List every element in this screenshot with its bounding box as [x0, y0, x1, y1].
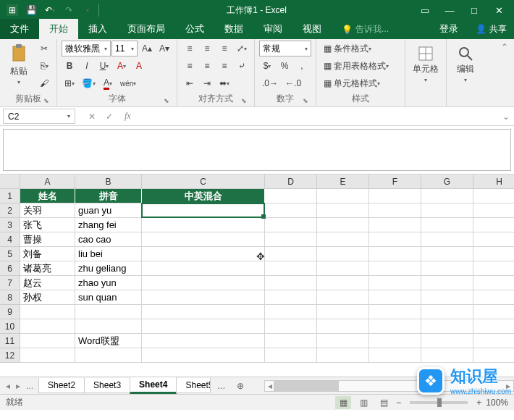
cell-B7[interactable]: zhao yun [75, 276, 142, 290]
cell-B11[interactable]: Word联盟 [75, 334, 142, 348]
view-page-break-icon[interactable]: ▤ [376, 396, 392, 409]
cell-H3[interactable] [473, 218, 514, 232]
cell-A11[interactable] [20, 334, 75, 348]
share-button[interactable]: 👤共享 [468, 19, 514, 39]
cell-D6[interactable] [265, 261, 317, 276]
cell-C2[interactable] [142, 203, 265, 218]
fill-color-button[interactable]: 🪣▾ [79, 75, 98, 91]
fx-icon[interactable]: fx [120, 111, 135, 122]
row-header-3[interactable]: 3 [0, 218, 20, 232]
save-icon[interactable]: 💾 [22, 1, 41, 19]
tab-layout[interactable]: 页面布局 [117, 19, 175, 39]
cell-D8[interactable] [265, 290, 317, 305]
cell-H4[interactable] [473, 232, 514, 247]
row-header-11[interactable]: 11 [0, 334, 20, 348]
zoom-slider[interactable] [410, 401, 468, 404]
number-launcher[interactable]: ⬊ [301, 96, 310, 105]
col-header-C[interactable]: C [142, 175, 265, 189]
row-header-2[interactable]: 2 [0, 203, 20, 218]
cell-C11[interactable] [142, 334, 265, 348]
tab-view[interactable]: 视图 [292, 19, 332, 39]
spreadsheet-grid[interactable]: ABCDEFGH 123456789101112 姓名拼音中英混合关羽guan … [0, 174, 514, 377]
cell-F5[interactable] [369, 247, 421, 261]
cell-E2[interactable] [317, 203, 369, 218]
cell-D4[interactable] [265, 232, 317, 247]
cell-E11[interactable] [317, 334, 369, 348]
cell-E9[interactable] [317, 305, 369, 319]
cells-button[interactable]: 单元格▾ [410, 41, 442, 88]
decrease-indent-button[interactable]: ⇤ [182, 75, 198, 91]
formula-bar[interactable] [135, 109, 498, 124]
expand-formula-icon[interactable]: ⌄ [498, 112, 514, 122]
border-button[interactable]: ⊞▾ [62, 75, 77, 91]
table-format-button[interactable]: ▦ 套用表格格式▾ [321, 58, 400, 74]
cell-G11[interactable] [421, 334, 473, 348]
col-header-F[interactable]: F [369, 175, 421, 189]
cell-C4[interactable] [142, 232, 265, 247]
close-icon[interactable]: ✕ [486, 1, 511, 19]
sheet-tabs-more-icon[interactable]: … [211, 379, 231, 393]
cell-B3[interactable]: zhang fei [75, 218, 142, 232]
cell-C12[interactable] [142, 348, 265, 363]
cell-A3[interactable]: 张飞 [20, 218, 75, 232]
cell-F9[interactable] [369, 305, 421, 319]
tab-insert[interactable]: 插入 [78, 19, 117, 39]
copy-button[interactable]: ⎘▾ [36, 58, 52, 74]
cell-G5[interactable] [421, 247, 473, 261]
sheet-tab-sheet3[interactable]: Sheet3 [84, 378, 130, 393]
cell-G2[interactable] [421, 203, 473, 218]
cell-D1[interactable] [265, 189, 317, 203]
cell-A5[interactable]: 刘备 [20, 247, 75, 261]
cell-G3[interactable] [421, 218, 473, 232]
cell-F11[interactable] [369, 334, 421, 348]
italic-button[interactable]: I [79, 58, 95, 74]
increase-indent-button[interactable]: ⇥ [199, 75, 215, 91]
merge-button[interactable]: ⬌▾ [216, 75, 232, 91]
qat-customize-icon[interactable]: ▾ [78, 1, 97, 19]
paste-button[interactable]: 粘贴 ▾ [4, 41, 33, 88]
undo-icon[interactable]: ↶▾ [41, 1, 59, 19]
cell-G7[interactable] [421, 276, 473, 290]
view-page-layout-icon[interactable]: ▥ [355, 396, 371, 409]
cell-E3[interactable] [317, 218, 369, 232]
cell-G6[interactable] [421, 261, 473, 276]
cell-E7[interactable] [317, 276, 369, 290]
cell-E6[interactable] [317, 261, 369, 276]
cell-A1[interactable]: 姓名 [20, 189, 75, 203]
cell-A8[interactable]: 孙权 [20, 290, 75, 305]
row-header-1[interactable]: 1 [0, 189, 20, 203]
cell-F7[interactable] [369, 276, 421, 290]
cell-G10[interactable] [421, 319, 473, 334]
cell-G8[interactable] [421, 290, 473, 305]
cell-H12[interactable] [473, 348, 514, 363]
font-name-select[interactable]: 微软雅黑▾ [62, 41, 111, 56]
tab-formulas[interactable]: 公式 [175, 19, 214, 39]
cell-D10[interactable] [265, 319, 317, 334]
tab-review[interactable]: 审阅 [253, 19, 292, 39]
cell-H10[interactable] [473, 319, 514, 334]
cell-H2[interactable] [473, 203, 514, 218]
decrease-font-button[interactable]: A▾ [156, 41, 172, 56]
align-top-button[interactable]: ≡ [182, 41, 198, 56]
cell-D12[interactable] [265, 348, 317, 363]
cell-F8[interactable] [369, 290, 421, 305]
col-header-G[interactable]: G [421, 175, 473, 189]
align-center-button[interactable]: ≡ [199, 58, 215, 74]
col-header-E[interactable]: E [317, 175, 369, 189]
sheet-tab-sheet2[interactable]: Sheet2 [38, 378, 85, 393]
phonetic-button[interactable]: wén▾ [117, 75, 139, 91]
login-button[interactable]: 登录 [429, 19, 468, 39]
align-launcher[interactable]: ⬊ [240, 96, 248, 105]
cond-format-button[interactable]: ▦ 条件格式▾ [321, 41, 400, 56]
cell-H8[interactable] [473, 290, 514, 305]
cell-D11[interactable] [265, 334, 317, 348]
cell-B1[interactable]: 拼音 [75, 189, 142, 203]
minimize-icon[interactable]: — [437, 1, 462, 19]
zoom-in-icon[interactable]: + [476, 398, 481, 408]
col-header-H[interactable]: H [473, 175, 514, 189]
cell-D7[interactable] [265, 276, 317, 290]
row-header-7[interactable]: 7 [0, 276, 20, 290]
cell-D9[interactable] [265, 305, 317, 319]
cell-C7[interactable] [142, 276, 265, 290]
select-all-corner[interactable] [0, 175, 20, 189]
